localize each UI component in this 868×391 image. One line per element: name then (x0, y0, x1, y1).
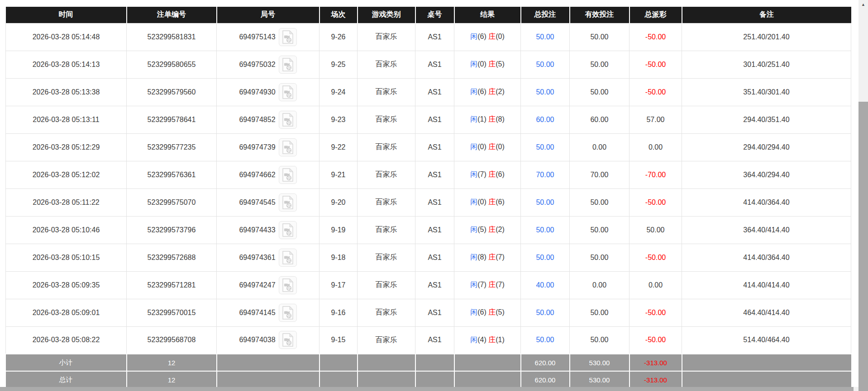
cell-bet-id: 523299570015 (127, 299, 217, 326)
cell-remark: 514.40/464.40 (682, 326, 851, 354)
result-banker-points: (2) (496, 226, 505, 233)
cell-time: 2026-03-28 05:09:35 (6, 271, 127, 299)
column-header-remark: 备注 (682, 7, 851, 23)
result-player-points: (6) (477, 33, 486, 40)
cell-total-bet: 50.00 (521, 326, 570, 354)
cell-total-payout: 0.00 (630, 133, 682, 161)
grand-total-valid-bet: 530.00 (570, 371, 630, 388)
cell-total-payout: -70.00 (630, 161, 682, 188)
cell-table-no: AS1 (415, 133, 454, 161)
video-replay-button[interactable] (279, 138, 297, 156)
result-banker-label: 庄 (488, 88, 496, 95)
video-replay-button[interactable] (279, 304, 297, 322)
cell-valid-bet: 50.00 (570, 326, 630, 354)
cell-result: 闲(7) 庄(7) (454, 271, 521, 299)
result-player-points: (4) (477, 336, 486, 344)
horizontal-scrollbar[interactable] (0, 387, 858, 391)
cell-total-bet: 50.00 (521, 216, 570, 244)
result-banker-label: 庄 (488, 60, 496, 68)
table-row: 2026-03-28 05:13:11 523299578641 6949748… (6, 106, 851, 133)
cell-remark: 364.40/294.40 (682, 161, 851, 188)
table-row: 2026-03-28 05:08:22 523299568708 6949740… (6, 326, 851, 354)
cell-game-type: 百家乐 (358, 299, 415, 326)
cell-valid-bet: 50.00 (570, 23, 630, 51)
result-player-label: 闲 (470, 308, 477, 316)
subtotal-count: 12 (127, 354, 217, 371)
vertical-scrollbar[interactable]: ▲ (858, 0, 868, 391)
column-header-table-no: 桌号 (415, 7, 454, 23)
cell-session: 9-26 (320, 23, 358, 51)
result-player-points: (1) (477, 115, 486, 123)
cell-bet-id: 523299581831 (127, 23, 217, 51)
cell-result: 闲(0) 庄(6) (454, 188, 521, 216)
table-header: 时间 注单编号 局号 场次 游戏类别 桌号 结果 总投注 有效投注 总派彩 备注 (6, 7, 851, 23)
cell-round-id: 694974545 (217, 188, 320, 216)
result-banker-label: 庄 (488, 308, 496, 316)
video-replay-button[interactable] (279, 83, 297, 101)
cell-result: 闲(7) 庄(6) (454, 161, 521, 188)
result-player-points: (7) (477, 170, 486, 178)
result-banker-points: (7) (496, 281, 505, 288)
cell-remark: 251.40/201.40 (682, 23, 851, 51)
result-player-points: (6) (477, 88, 486, 95)
result-player-points: (0) (477, 143, 486, 151)
video-file-icon (282, 251, 294, 264)
table-row: 2026-03-28 05:09:35 523299571281 6949742… (6, 271, 851, 299)
result-player-points: (7) (477, 281, 486, 288)
cell-table-no: AS1 (415, 161, 454, 188)
video-replay-button[interactable] (279, 28, 297, 46)
cell-table-no: AS1 (415, 326, 454, 354)
cell-remark: 464.40/414.40 (682, 299, 851, 326)
cell-session: 9-22 (320, 133, 358, 161)
cell-table-no: AS1 (415, 51, 454, 78)
cell-game-type: 百家乐 (358, 271, 415, 299)
video-replay-button[interactable] (279, 221, 297, 239)
cell-total-payout: -50.00 (630, 51, 682, 78)
video-replay-button[interactable] (279, 276, 297, 294)
result-banker-points: (8) (496, 115, 505, 123)
cell-table-no: AS1 (415, 188, 454, 216)
grand-total-total-bet: 620.00 (521, 371, 570, 388)
cell-round-id: 694974145 (217, 299, 320, 326)
bet-records-table-wrap: 时间 注单编号 局号 场次 游戏类别 桌号 结果 总投注 有效投注 总派彩 备注… (5, 7, 851, 388)
cell-time: 2026-03-28 05:14:13 (6, 51, 127, 78)
video-replay-button[interactable] (279, 111, 297, 129)
result-player-label: 闲 (470, 226, 477, 233)
subtotal-total-bet: 620.00 (521, 354, 570, 371)
result-player-label: 闲 (470, 60, 477, 68)
result-banker-label: 庄 (488, 336, 496, 344)
scroll-up-icon[interactable]: ▲ (858, 0, 868, 9)
result-player-label: 闲 (470, 88, 477, 95)
cell-remark: 414.40/364.40 (682, 188, 851, 216)
result-banker-points: (0) (496, 33, 505, 40)
video-replay-button[interactable] (279, 56, 297, 74)
column-header-total-payout: 总派彩 (630, 7, 682, 23)
cell-bet-id: 523299580655 (127, 51, 217, 78)
horizontal-scrollbar-thumb[interactable] (0, 387, 854, 391)
subtotal-total-payout: -313.00 (630, 354, 682, 371)
video-file-icon (282, 58, 294, 71)
video-replay-button[interactable] (279, 166, 297, 184)
video-file-icon (282, 85, 294, 99)
cell-bet-id: 523299579560 (127, 78, 217, 106)
cell-session: 9-16 (320, 299, 358, 326)
cell-total-payout: 0.00 (630, 271, 682, 299)
round-id-text: 694975032 (239, 61, 275, 68)
cell-time: 2026-03-28 05:10:46 (6, 216, 127, 244)
cell-remark: 351.40/301.40 (682, 78, 851, 106)
result-player-label: 闲 (470, 115, 477, 123)
cell-game-type: 百家乐 (358, 78, 415, 106)
cell-bet-id: 523299576361 (127, 161, 217, 188)
video-replay-button[interactable] (279, 193, 297, 212)
cell-round-id: 694974038 (217, 326, 320, 354)
column-header-result: 结果 (454, 7, 521, 23)
result-player-points: (8) (477, 253, 486, 261)
cell-result: 闲(0) 庄(0) (454, 133, 521, 161)
video-replay-button[interactable] (279, 331, 297, 349)
result-player-label: 闲 (470, 143, 477, 151)
round-id-text: 694974852 (239, 116, 275, 123)
cell-round-id: 694974247 (217, 271, 320, 299)
cell-total-bet: 50.00 (521, 244, 570, 271)
vertical-scrollbar-thumb[interactable] (858, 102, 868, 391)
video-replay-button[interactable] (279, 249, 297, 267)
